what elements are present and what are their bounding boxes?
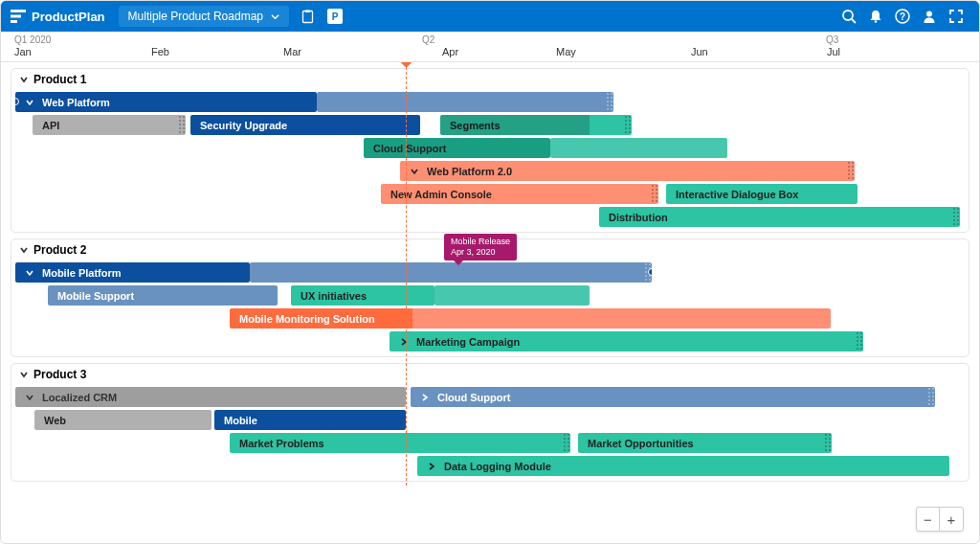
svg-rect-3 bbox=[303, 11, 313, 22]
timeline-row: New Admin ConsoleInteractive Dialogue Bo… bbox=[11, 184, 969, 205]
caret-down-icon bbox=[271, 12, 279, 21]
roadmap-bar[interactable] bbox=[250, 262, 652, 283]
roadmap-bar[interactable]: Segments bbox=[440, 115, 632, 135]
notifications-button[interactable] bbox=[862, 3, 889, 30]
clipboard-button[interactable] bbox=[299, 7, 318, 26]
bar-label: Web bbox=[44, 415, 66, 426]
resize-grip-icon[interactable] bbox=[847, 161, 855, 181]
resize-grip-icon[interactable] bbox=[856, 331, 863, 351]
month-label: Jan bbox=[14, 46, 32, 57]
resize-grip-icon[interactable] bbox=[624, 115, 632, 135]
timeline-row: Marketing Campaign bbox=[11, 331, 969, 352]
quarter-label: Q1 2020 bbox=[14, 34, 51, 45]
bar-label: Mobile Monitoring Solution bbox=[239, 313, 375, 325]
brand-logo[interactable]: ProductPlan bbox=[11, 10, 105, 24]
resize-grip-icon[interactable] bbox=[563, 433, 570, 453]
bar-label: UX initiatives bbox=[301, 290, 367, 302]
link-handle-icon[interactable] bbox=[15, 98, 19, 105]
product-lane: Product 1Web PlatformAPISecurity Upgrade… bbox=[11, 68, 969, 233]
clipboard-icon bbox=[301, 10, 314, 24]
roadmap-bar[interactable]: Mobile bbox=[214, 410, 406, 430]
roadmap-bar[interactable]: Web Platform bbox=[15, 92, 317, 112]
bell-icon bbox=[868, 9, 883, 24]
lane-header[interactable]: Product 1 bbox=[11, 69, 969, 90]
bar-label: Mobile bbox=[224, 415, 257, 426]
bar-label: API bbox=[42, 120, 59, 131]
resize-grip-icon[interactable] bbox=[824, 433, 832, 453]
svg-rect-1 bbox=[11, 15, 21, 18]
roadmap-bar[interactable] bbox=[412, 308, 831, 329]
chevron-down-icon bbox=[19, 370, 29, 379]
roadmap-bar[interactable]: Mobile Platform bbox=[15, 262, 250, 283]
roadmap-body: Product 1Web PlatformAPISecurity Upgrade… bbox=[1, 62, 979, 543]
bar-label: Web Platform bbox=[42, 97, 110, 108]
help-button[interactable]: ? bbox=[889, 3, 916, 30]
lane-title: Product 3 bbox=[33, 368, 86, 381]
search-button[interactable] bbox=[835, 3, 862, 30]
roadmap-bar[interactable]: Distribution bbox=[599, 207, 960, 227]
resize-grip-icon[interactable] bbox=[606, 92, 613, 112]
roadmap-bar[interactable]: Mobile Monitoring Solution bbox=[230, 308, 414, 329]
bar-label: Market Problems bbox=[239, 438, 324, 449]
timeline-row: Data Logging Module bbox=[11, 456, 969, 477]
roadmap-bar[interactable]: Market Opportunities bbox=[578, 433, 832, 453]
month-label: Apr bbox=[442, 46, 458, 57]
fullscreen-button[interactable] bbox=[943, 3, 969, 30]
roadmap-bar[interactable]: Security Upgrade bbox=[190, 115, 420, 135]
svg-point-10 bbox=[926, 11, 932, 17]
roadmap-bar[interactable]: Interactive Dialogue Box bbox=[666, 184, 858, 204]
zoom-out-button[interactable]: − bbox=[917, 508, 940, 531]
roadmap-bar[interactable] bbox=[434, 285, 590, 306]
roadmap-bar[interactable]: Cloud Support bbox=[411, 387, 935, 407]
bar-label: Segments bbox=[450, 120, 501, 131]
roadmap-bar[interactable]: Data Logging Module bbox=[417, 456, 949, 476]
help-icon: ? bbox=[895, 9, 910, 24]
bar-label: Web Platform 2.0 bbox=[427, 166, 512, 177]
roadmap-bar[interactable]: Web bbox=[34, 410, 212, 430]
zoom-in-button[interactable]: + bbox=[940, 508, 963, 531]
bar-label: Localized CRM bbox=[42, 392, 117, 403]
roadmap-bar[interactable]: Cloud Support bbox=[364, 138, 550, 158]
roadmap-bar[interactable] bbox=[550, 138, 727, 158]
bar-label: Mobile Platform bbox=[42, 267, 122, 279]
month-label: Mar bbox=[283, 46, 301, 57]
timeline-row: APISecurity UpgradeSegments bbox=[11, 115, 969, 136]
resize-grip-icon[interactable] bbox=[651, 184, 658, 204]
svg-text:?: ? bbox=[900, 11, 905, 22]
timeline-row: Localized CRMCloud Support bbox=[11, 387, 969, 408]
resize-grip-icon[interactable] bbox=[952, 207, 960, 227]
bar-label: New Admin Console bbox=[390, 189, 492, 200]
user-icon bbox=[922, 9, 937, 24]
zoom-control: − + bbox=[916, 507, 964, 532]
month-label: Jul bbox=[827, 46, 840, 57]
roadmap-selector[interactable]: Multiple Product Roadmap bbox=[119, 6, 289, 27]
roadmap-bar[interactable]: Web Platform 2.0 bbox=[400, 161, 855, 181]
lane-title: Product 1 bbox=[33, 73, 86, 86]
roadmap-bar[interactable] bbox=[317, 92, 613, 112]
account-button[interactable] bbox=[916, 3, 943, 30]
timeline-row: Market ProblemsMarket Opportunities bbox=[11, 433, 969, 454]
bar-label: Interactive Dialogue Box bbox=[676, 189, 798, 200]
roadmap-bar[interactable]: API bbox=[33, 115, 186, 135]
roadmap-bar[interactable]: Marketing Campaign bbox=[390, 331, 863, 351]
roadmap-bar[interactable]: Market Problems bbox=[230, 433, 570, 453]
resize-grip-icon[interactable] bbox=[927, 387, 935, 407]
app-header: ProductPlan Multiple Product Roadmap P ? bbox=[1, 1, 979, 32]
parking-lot-button[interactable]: P bbox=[327, 9, 343, 24]
resize-grip-icon[interactable] bbox=[178, 115, 186, 135]
roadmap-bar[interactable]: New Admin Console bbox=[381, 184, 658, 204]
timeline-row: WebMobile bbox=[11, 410, 969, 431]
lane-header[interactable]: Product 3 bbox=[11, 364, 969, 385]
roadmap-bar[interactable]: Localized CRM bbox=[15, 387, 406, 407]
timeline-row: Mobile Platform bbox=[11, 262, 969, 283]
link-handle-icon[interactable] bbox=[648, 268, 652, 276]
roadmap-bar[interactable]: UX initiatives bbox=[291, 285, 434, 306]
milestone-flag[interactable]: Mobile ReleaseApr 3, 2020 bbox=[444, 234, 517, 261]
timeline-row: Mobile SupportUX initiatives bbox=[11, 285, 969, 306]
milestone-title: Mobile Release bbox=[451, 237, 510, 247]
roadmap-bar[interactable]: Mobile Support bbox=[48, 285, 278, 306]
bar-label: Marketing Campaign bbox=[416, 336, 520, 348]
month-label: Jun bbox=[691, 46, 708, 57]
svg-rect-0 bbox=[11, 10, 26, 12]
month-label: May bbox=[556, 46, 576, 57]
